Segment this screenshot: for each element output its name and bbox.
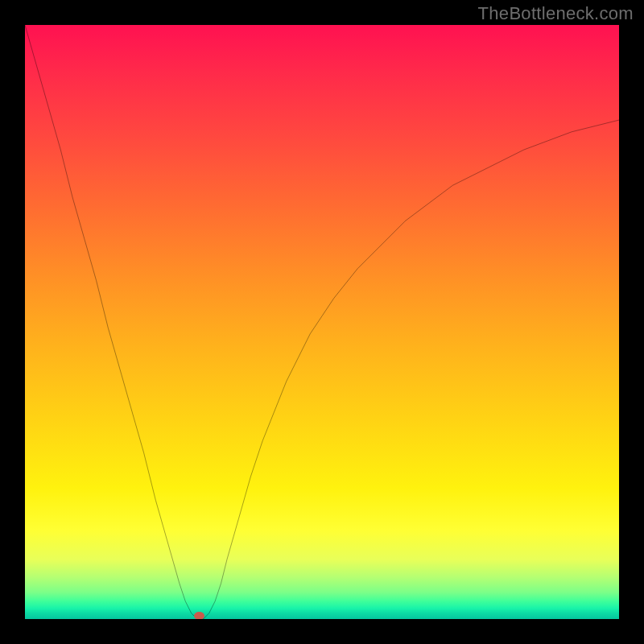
bottleneck-curve [25,25,619,619]
optimum-marker [194,612,204,619]
watermark-text: TheBottleneck.com [478,3,634,24]
plot-area [25,25,619,619]
chart-container: TheBottleneck.com [0,0,644,644]
